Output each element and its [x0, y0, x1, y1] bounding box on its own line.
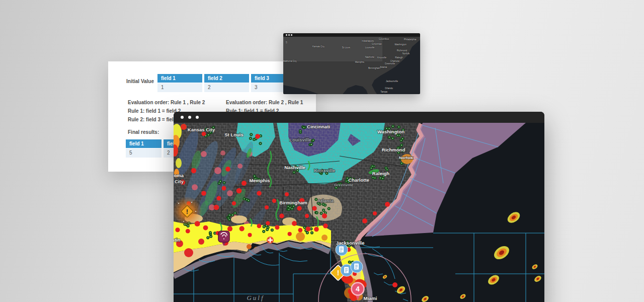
city-label: Indianapolis: [362, 40, 374, 42]
city-label: Austin: [174, 237, 181, 243]
table-value-cell: 1: [157, 83, 202, 92]
table-header-cell: field 2: [204, 74, 249, 83]
table-header-cell: field 1: [126, 139, 162, 148]
city-label: Louisville: [289, 137, 311, 142]
final-results-label: Final results:: [128, 129, 159, 135]
table-header-cell: field 1: [157, 74, 202, 83]
city-label: City: [175, 179, 184, 184]
small-map-canvas[interactable]: 5 Kansas CitySt LouisIndianapolisColumbu…: [283, 37, 420, 94]
evaluation-order-label: Evaluation order: Rule 2 , Rule 1: [226, 100, 332, 105]
city-label: Oklahoma City: [283, 60, 297, 62]
window-dot-icon[interactable]: [288, 34, 290, 36]
city-label: Memphis: [249, 178, 270, 183]
small-map-window[interactable]: 5 Kansas CitySt LouisIndianapolisColumbu…: [283, 33, 420, 94]
city-label: Kansas City: [312, 45, 325, 48]
report-document-icon[interactable]: [351, 261, 363, 273]
storm-report-dot: [392, 282, 397, 287]
initial-value-label: Initial Value: [126, 79, 154, 84]
hurricane-category-label: 4: [356, 285, 360, 293]
city-label: Richmond: [382, 147, 406, 153]
city-label: St Louis: [224, 132, 243, 137]
city-label: Birmingham: [279, 200, 307, 205]
weather-map-window[interactable]: ! !: [174, 112, 544, 302]
window-dot-icon[interactable]: [188, 116, 191, 119]
gulf-water-label: Gulf: [247, 294, 264, 301]
city-label: Cincinnati: [372, 43, 382, 45]
city-label: Orlando: [385, 87, 393, 90]
table-value-cell: 2: [204, 83, 249, 92]
city-label: Greenville: [385, 62, 395, 65]
crosshair-marker-icon[interactable]: [267, 237, 274, 244]
city-label: Nashville: [284, 165, 305, 170]
city-label: Louisville: [365, 46, 375, 49]
city-label: Jacksonville: [336, 240, 365, 246]
table-value-cell: 5: [126, 148, 162, 158]
city-label: Knoxville: [314, 168, 335, 173]
city-label: Atlanta: [317, 198, 334, 203]
zoom-level-badge: 5: [286, 41, 287, 44]
page: { "rules_card": { "initial_value_label":…: [0, 0, 644, 302]
city-label: Tampa: [380, 91, 387, 93]
city-label: Oklahoma: [174, 173, 184, 178]
window-titlebar[interactable]: [283, 33, 420, 37]
window-titlebar[interactable]: [174, 112, 544, 123]
city-label: Washington: [394, 43, 407, 46]
city-label: Atlanta: [380, 66, 387, 68]
city-label: Knoxville: [377, 56, 387, 59]
city-label: Nashville: [365, 56, 375, 58]
city-label: Norfolk: [403, 52, 410, 55]
city-label: Charlotte: [348, 177, 369, 183]
initial-table-col1: field 1 1: [157, 74, 202, 92]
city-label: Cincinnati: [307, 124, 330, 129]
window-dot-icon[interactable]: [291, 34, 292, 36]
city-label: Birmingham: [368, 67, 380, 69]
city-label: Memphis: [355, 61, 365, 63]
window-dot-icon[interactable]: [286, 34, 287, 36]
city-label: St Louis: [342, 46, 351, 49]
city-label: Miami: [364, 295, 377, 301]
city-label: Raleigh: [395, 56, 403, 59]
alert-glyph: !: [337, 269, 340, 277]
city-label: Jacksonville: [386, 80, 398, 83]
city-label: Greenville: [334, 183, 354, 187]
final-table-col1: field 1 5: [126, 139, 162, 158]
window-dot-icon[interactable]: [181, 116, 184, 119]
city-label: Richmond: [397, 49, 408, 52]
warning-glyph: !: [186, 208, 188, 215]
city-label: Norfolk: [399, 156, 414, 160]
city-label: Philadelphia: [404, 38, 417, 41]
city-label: Columbus: [379, 38, 389, 40]
evaluation-order-label: Evaluation order: Rule 1 , Rule 2: [128, 100, 233, 105]
city-label: Kansas City: [188, 127, 215, 132]
initial-table: field 1 1 field 2 2 field 3 3: [157, 74, 298, 92]
city-label: Washington: [377, 129, 405, 134]
weather-map-canvas[interactable]: ! !: [174, 123, 544, 302]
window-dot-icon[interactable]: [196, 116, 199, 119]
initial-table-col2: field 2 2: [204, 74, 249, 92]
city-label: Raleigh: [372, 171, 390, 176]
